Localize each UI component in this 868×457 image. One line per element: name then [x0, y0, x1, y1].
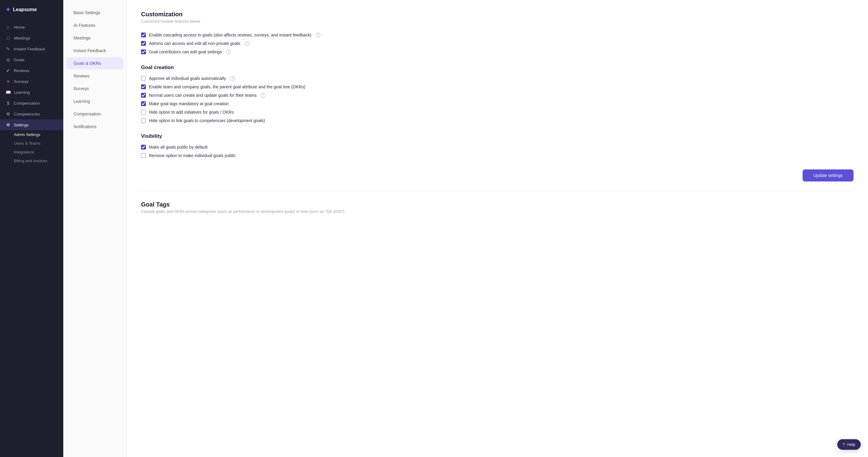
checkbox-row-approve-individual: Approve all individual goals automatical…	[141, 74, 854, 83]
goals-icon: ◎	[5, 57, 11, 62]
instant-feedback-icon: ✎	[5, 47, 11, 51]
sidebar-sub-item-users-teams[interactable]: Users & Teams	[14, 139, 63, 148]
checkbox-hide-competencies-label: Hide option to link goals to competencie…	[149, 118, 265, 123]
help-fab-icon: ?	[843, 442, 845, 447]
checkbox-row-remove-public-option: Remove option to make individual goals p…	[141, 151, 854, 160]
sidebar-item-competencies-label: Competencies	[14, 112, 40, 116]
visibility-title: Visibility	[141, 133, 854, 139]
checkbox-team-company-goals[interactable]	[141, 84, 146, 89]
checkbox-admin-edit[interactable]	[141, 41, 146, 46]
checkbox-row-normal-users-create: Normal users can create and update goals…	[141, 91, 854, 99]
middle-item-notifications[interactable]: Notifications	[66, 121, 123, 133]
sidebar-item-compensation-label: Compensation	[14, 101, 40, 105]
sidebar-item-settings[interactable]: ⚙ Settings	[0, 119, 63, 130]
help-fab[interactable]: ? Help	[837, 439, 861, 450]
checkbox-contributors-edit-label: Goal contributors can edit goal settings	[149, 50, 222, 54]
competencies-icon: ⚙	[5, 112, 11, 116]
sidebar-item-reviews[interactable]: ✔ Reviews	[0, 65, 63, 76]
sidebar-item-learning-label: Learning	[14, 90, 30, 95]
visibility-section: Visibility Make all goals public by defa…	[141, 133, 854, 160]
middle-item-ai-features[interactable]: AI Features	[66, 19, 123, 31]
app-logo: ✦ Leapsome	[0, 0, 63, 19]
checkbox-remove-public-option[interactable]	[141, 153, 146, 158]
sidebar-item-competencies[interactable]: ⚙ Competencies	[0, 109, 63, 119]
update-btn-row: Update settings	[141, 170, 854, 181]
goal-creation-section: Goal creation Approve all individual goa…	[141, 64, 854, 125]
checkbox-tags-mandatory-label: Make goal tags mandatory at goal creatio…	[149, 101, 229, 106]
checkbox-tags-mandatory[interactable]	[141, 101, 146, 106]
help-icon-contributors-edit[interactable]: ?	[226, 50, 231, 54]
customization-section: Customization Customize module features …	[141, 11, 854, 56]
sidebar-item-goals[interactable]: ◎ Goals	[0, 54, 63, 65]
middle-item-surveys[interactable]: Surveys	[66, 83, 123, 95]
settings-icon: ⚙	[5, 122, 11, 127]
sidebar-item-home[interactable]: ⌂ Home	[0, 22, 63, 33]
middle-item-learning[interactable]: Learning	[66, 95, 123, 107]
update-settings-button[interactable]: Update settings	[803, 170, 854, 181]
middle-item-compensation[interactable]: Compensation	[66, 108, 123, 120]
checkbox-hide-competencies[interactable]	[141, 118, 146, 123]
customization-subtitle: Customize module features below	[141, 19, 854, 24]
sidebar-item-compensation[interactable]: $ Compensation	[0, 98, 63, 109]
logo-text: Leapsome	[13, 7, 37, 12]
sidebar-sub-item-billing[interactable]: Billing and Invoices	[14, 156, 63, 165]
checkbox-row-team-company-goals: Enable team and company goals, the paren…	[141, 83, 854, 91]
goal-creation-title: Goal creation	[141, 64, 854, 70]
sidebar-sub-nav: Admin Settings Users & Teams Integration…	[0, 130, 63, 165]
help-icon-admin-edit[interactable]: ?	[245, 41, 250, 46]
help-icon-approve-individual[interactable]: ?	[230, 76, 235, 81]
logo-icon: ✦	[5, 6, 10, 13]
middle-item-reviews[interactable]: Reviews	[66, 70, 123, 82]
checkbox-normal-users-create[interactable]	[141, 93, 146, 98]
checkbox-team-company-goals-label: Enable team and company goals, the paren…	[149, 84, 305, 89]
main-content: Customization Customize module features …	[127, 0, 868, 457]
checkbox-approve-individual[interactable]	[141, 76, 146, 81]
middle-item-meetings[interactable]: Meetings	[66, 32, 123, 44]
checkbox-cascading-access[interactable]	[141, 33, 146, 37]
goal-creation-checkboxes: Approve all individual goals automatical…	[141, 74, 854, 125]
checkbox-hide-initiatives-label: Hide option to add initiatives for goals…	[149, 110, 234, 115]
checkbox-approve-individual-label: Approve all individual goals automatical…	[149, 76, 226, 81]
sidebar-item-surveys[interactable]: ≡ Surveys	[0, 76, 63, 87]
sidebar-nav: ⌂ Home □ Meetings ✎ Instant Feedback ◎ G…	[0, 19, 63, 457]
surveys-icon: ≡	[5, 79, 11, 84]
help-icon-cascading[interactable]: ?	[315, 33, 320, 37]
sidebar-item-settings-label: Settings	[14, 123, 29, 127]
checkbox-row-hide-initiatives: Hide option to add initiatives for goals…	[141, 108, 854, 116]
sidebar-item-surveys-label: Surveys	[14, 79, 29, 84]
sidebar-item-learning[interactable]: 📖 Learning	[0, 87, 63, 98]
checkbox-admin-edit-label: Admins can access and edit all non-priva…	[149, 41, 241, 46]
sidebar-sub-item-admin-settings[interactable]: Admin Settings	[14, 130, 63, 139]
customization-checkboxes: Enable cascading access to goals (also a…	[141, 31, 854, 56]
checkbox-normal-users-create-label: Normal users can create and update goals…	[149, 93, 256, 98]
checkbox-row-tags-mandatory: Make goal tags mandatory at goal creatio…	[141, 99, 854, 108]
checkbox-make-public[interactable]	[141, 145, 146, 150]
sidebar-sub-item-integrations[interactable]: Integrations	[14, 148, 63, 156]
checkbox-contributors-edit[interactable]	[141, 50, 146, 54]
help-icon-normal-users[interactable]: ?	[261, 93, 266, 98]
checkbox-cascading-label: Enable cascading access to goals (also a…	[149, 33, 311, 37]
middle-item-basic-settings[interactable]: Basic Settings	[66, 7, 123, 19]
divider	[141, 191, 854, 191]
checkbox-row-hide-competencies: Hide option to link goals to competencie…	[141, 116, 854, 125]
visibility-checkboxes: Make all goals public by default Remove …	[141, 143, 854, 160]
checkbox-row-cascading: Enable cascading access to goals (also a…	[141, 31, 854, 39]
middle-panel: Basic Settings AI Features Meetings Inst…	[63, 0, 127, 457]
checkbox-row-contributors-edit: Goal contributors can edit goal settings…	[141, 48, 854, 56]
help-fab-label: Help	[847, 442, 855, 447]
learning-icon: 📖	[5, 90, 11, 95]
checkbox-row-make-public: Make all goals public by default	[141, 143, 854, 151]
compensation-icon: $	[5, 101, 11, 105]
home-icon: ⌂	[5, 25, 11, 30]
sidebar-item-goals-label: Goals	[14, 58, 24, 62]
sidebar-item-meetings[interactable]: □ Meetings	[0, 33, 63, 43]
sidebar-item-instant-feedback[interactable]: ✎ Instant Feedback	[0, 43, 63, 54]
goal-tags-subtitle: Classify goals and OKRs across categorie…	[141, 209, 854, 214]
customization-title: Customization	[141, 11, 854, 18]
checkbox-hide-initiatives[interactable]	[141, 110, 146, 115]
sidebar-item-home-label: Home	[14, 25, 25, 30]
sidebar-item-meetings-label: Meetings	[14, 36, 30, 40]
meetings-icon: □	[5, 36, 11, 40]
middle-item-instant-feedback[interactable]: Instant Feedback	[66, 44, 123, 57]
middle-item-goals-okrs[interactable]: Goals & OKRs	[66, 57, 123, 69]
